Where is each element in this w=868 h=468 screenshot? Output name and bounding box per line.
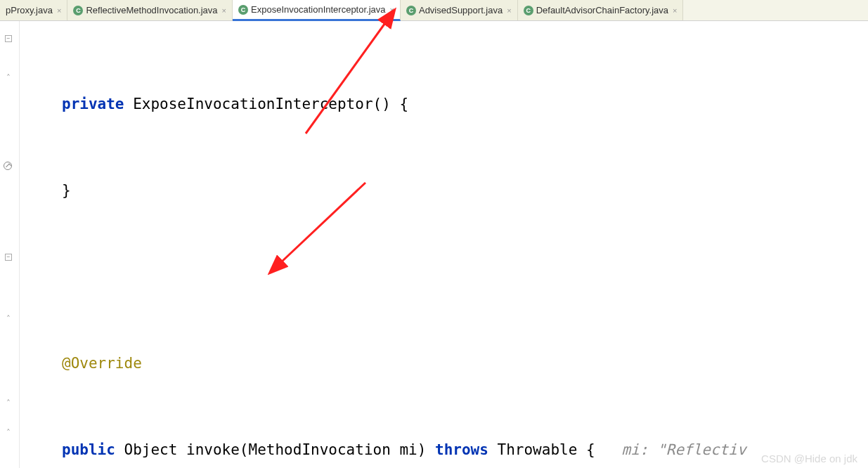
code-text: Throwable {	[488, 441, 622, 458]
close-icon[interactable]: ×	[673, 6, 677, 15]
code-line[interactable]	[20, 263, 868, 292]
close-icon[interactable]: ×	[57, 6, 61, 15]
fold-end-icon[interactable]: ⌃	[2, 399, 15, 409]
tab-label: ReflectiveMethodInvocation.java	[86, 5, 217, 15]
java-class-icon: C	[524, 6, 533, 15]
tab-bar: pProxy.java × C ReflectiveMethodInvocati…	[0, 0, 868, 21]
fold-marker-icon[interactable]: −	[2, 254, 15, 264]
tab-pproxy[interactable]: pProxy.java ×	[0, 0, 67, 20]
tab-advised[interactable]: C AdvisedSupport.java ×	[401, 0, 518, 20]
close-icon[interactable]: ×	[507, 6, 511, 15]
watermark: CSDN @Hide on jdk	[761, 453, 857, 464]
code-text: }	[62, 182, 71, 199]
code-text: invoke(MethodInvocation mi)	[186, 441, 435, 458]
keyword: public	[62, 441, 115, 458]
tab-label: DefaultAdvisorChainFactory.java	[536, 5, 668, 15]
java-class-icon: C	[406, 6, 416, 15]
keyword: throws	[435, 441, 488, 458]
fold-end-icon[interactable]: ⌃	[2, 74, 15, 84]
override-marker-icon[interactable]	[2, 162, 15, 171]
tab-expose[interactable]: C ExposeInvocationInterceptor.java ×	[233, 0, 401, 21]
tab-label: pProxy.java	[6, 5, 53, 15]
close-icon[interactable]: ×	[390, 6, 394, 14]
fold-end-icon[interactable]: ⌃	[2, 429, 15, 438]
gutter[interactable]: − ⌃ − ⌃ ⌃ ⌃	[0, 21, 20, 468]
annotation: @Override	[62, 355, 142, 372]
tab-label: ExposeInvocationInterceptor.java	[251, 4, 386, 15]
fold-end-icon[interactable]: ⌃	[2, 315, 15, 325]
editor-area: − ⌃ − ⌃ ⌃ ⌃ private ExposeInvocationInte…	[0, 21, 868, 468]
java-class-icon: C	[238, 5, 248, 15]
fold-marker-icon[interactable]: −	[2, 35, 15, 45]
inline-hint: mi: "Reflectiv	[622, 441, 746, 458]
close-icon[interactable]: ×	[222, 6, 226, 15]
code-line[interactable]: @Override	[20, 349, 868, 378]
java-class-icon: C	[73, 6, 83, 15]
code-line[interactable]: private ExposeInvocationInterceptor() {	[20, 90, 868, 119]
keyword: private	[62, 96, 124, 112]
tab-label: AdvisedSupport.java	[419, 5, 503, 15]
code-line[interactable]: }	[20, 176, 868, 205]
code-text: ExposeInvocationInterceptor() {	[124, 96, 409, 112]
tab-reflective[interactable]: C ReflectiveMethodInvocation.java ×	[67, 0, 233, 20]
code-line[interactable]: public Object invoke(MethodInvocation mi…	[20, 436, 868, 464]
tab-default[interactable]: C DefaultAdvisorChainFactory.java ×	[518, 0, 684, 20]
code-text: Object	[115, 441, 186, 458]
code-content[interactable]: private ExposeInvocationInterceptor() { …	[20, 21, 868, 468]
